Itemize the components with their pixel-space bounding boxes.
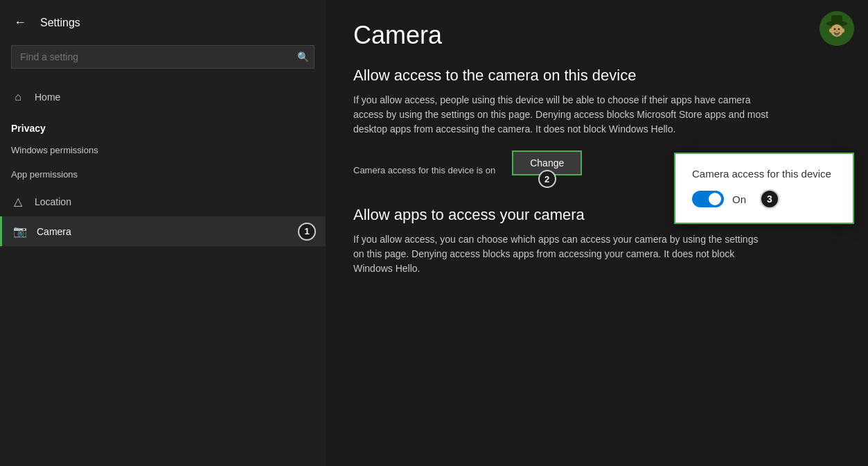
camera-access-popup: Camera access for this device On 3: [674, 153, 854, 224]
device-status-text: Camera access for this device is on: [353, 165, 495, 175]
step-badge-3: 3: [760, 189, 779, 209]
app-permissions-label: App permissions: [0, 162, 326, 187]
sidebar: ← Settings 🔍 ⌂ Home Privacy Windows perm…: [0, 0, 326, 466]
avatar: [820, 11, 854, 46]
change-button-wrapper: Change 2: [512, 150, 582, 175]
device-description: If you allow access, people using this d…: [353, 93, 769, 137]
location-label: Location: [35, 196, 71, 207]
home-icon: ⌂: [11, 91, 25, 103]
step-badge-2: 2: [538, 170, 556, 188]
sidebar-item-location[interactable]: △ Location: [0, 187, 326, 216]
sidebar-item-camera[interactable]: 📷 Camera 1: [0, 216, 326, 246]
camera-toggle[interactable]: [692, 191, 724, 207]
search-icon-button[interactable]: 🔍: [297, 51, 309, 62]
popup-toggle-row: On 3: [692, 189, 836, 209]
svg-point-5: [838, 28, 840, 31]
toggle-track: [692, 191, 724, 207]
search-input[interactable]: [11, 45, 315, 69]
back-button[interactable]: ←: [11, 12, 29, 33]
page-title: Camera: [353, 21, 840, 50]
apps-description: If you allow access, you can choose whic…: [353, 232, 769, 276]
camera-icon: 📷: [13, 225, 27, 238]
settings-title: Settings: [40, 17, 80, 29]
toggle-thumb: [709, 193, 721, 205]
search-box: 🔍: [11, 45, 315, 69]
svg-point-7: [829, 28, 832, 33]
svg-point-4: [834, 28, 836, 31]
svg-point-6: [836, 31, 838, 32]
windows-permissions-label[interactable]: Windows permissions: [0, 138, 326, 162]
svg-rect-2: [831, 15, 842, 24]
back-icon: ←: [14, 15, 26, 30]
step-badge-1: 1: [298, 223, 316, 241]
sidebar-header: ← Settings: [0, 0, 326, 45]
main-content: Camera Allow access to the camera on thi…: [326, 0, 868, 466]
avatar-circle: [820, 11, 854, 46]
svg-point-8: [842, 28, 844, 33]
popup-title: Camera access for this device: [692, 168, 836, 180]
camera-label: Camera: [37, 226, 71, 237]
home-label: Home: [35, 92, 60, 103]
toggle-label: On: [732, 193, 746, 205]
search-icon: 🔍: [297, 51, 309, 62]
privacy-label: Privacy: [0, 112, 326, 138]
location-icon: △: [11, 195, 25, 208]
sidebar-item-home[interactable]: ⌂ Home: [0, 83, 326, 112]
device-section-title: Allow access to the camera on this devic…: [353, 67, 840, 85]
